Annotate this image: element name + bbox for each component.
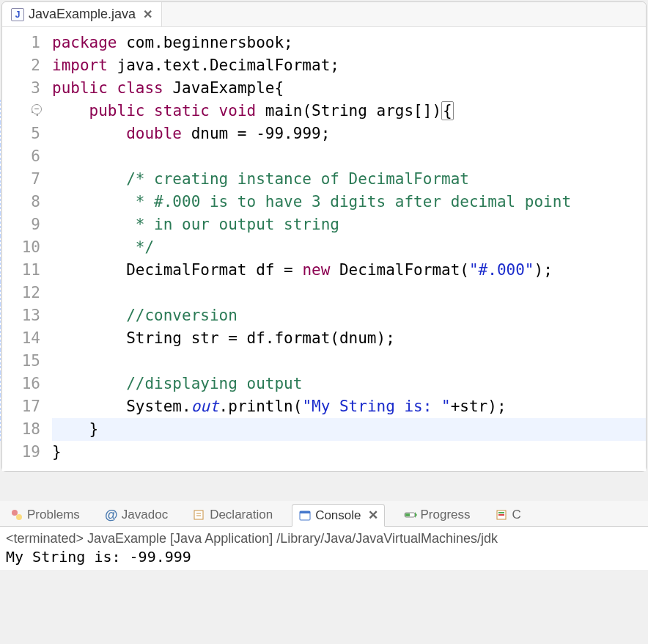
code-line[interactable]: * in our output string (52, 213, 646, 236)
coverage-icon (496, 508, 509, 522)
line-number: 18 (2, 418, 40, 441)
line-number: 5 (2, 122, 40, 145)
editor-tabs: J JavaExample.java ✕ (2, 2, 646, 27)
line-number: 9 (2, 213, 40, 236)
code-line[interactable]: * #.000 is to have 3 digits after decima… (52, 191, 646, 213)
line-number: 12 (2, 282, 40, 304)
tab-label: Declaration (210, 508, 273, 522)
code-line[interactable]: package com.beginnersbook; (52, 32, 646, 54)
svg-point-0 (12, 510, 18, 516)
line-number: 11 (2, 259, 40, 282)
code-line[interactable]: */ (52, 236, 646, 259)
tab-console[interactable]: Console ✕ (292, 504, 384, 527)
svg-rect-4 (300, 511, 310, 513)
code-line[interactable]: String str = df.format(dnum); (52, 327, 646, 350)
code-line[interactable]: double dnum = -99.999; (52, 122, 646, 145)
svg-rect-2 (194, 511, 203, 519)
editor-tab-javaexample[interactable]: J JavaExample.java ✕ (2, 2, 162, 26)
declaration-icon (193, 508, 206, 522)
line-number: 13 (2, 304, 40, 327)
line-number: 7 (2, 168, 40, 191)
tab-label: Progress (421, 508, 471, 522)
code-line[interactable] (52, 145, 646, 168)
code-line[interactable]: } (52, 418, 646, 441)
code-line[interactable]: public class JavaExample{ (52, 77, 646, 100)
java-file-icon: J (11, 8, 24, 21)
code-line[interactable]: //conversion (52, 304, 646, 327)
code-line[interactable]: public static void main(String args[]){ (52, 100, 646, 122)
line-number: 6 (2, 145, 40, 168)
bottom-tabs: Problems @ Javadoc Declaration Console ✕… (0, 501, 648, 527)
gutter: 1234−5678910111213141516171819 (2, 32, 48, 464)
line-number: 3 (2, 77, 40, 100)
code-line[interactable] (52, 282, 646, 304)
code-lines[interactable]: package com.beginnersbook;import java.te… (48, 32, 646, 464)
tab-label: C (512, 508, 521, 522)
close-icon[interactable]: ✕ (368, 508, 378, 523)
code-line[interactable] (52, 350, 646, 373)
svg-rect-6 (405, 513, 410, 516)
tab-label: Javadoc (122, 508, 168, 522)
fold-toggle-icon[interactable]: − (32, 104, 42, 114)
tab-javadoc[interactable]: @ Javadoc (99, 505, 174, 525)
svg-rect-9 (498, 514, 504, 516)
svg-point-1 (16, 514, 22, 520)
problems-icon (10, 508, 23, 522)
bottom-panel: Problems @ Javadoc Declaration Console ✕… (0, 501, 648, 570)
svg-rect-8 (498, 512, 504, 513)
code-line[interactable]: /* creating instance of DecimalFormat (52, 168, 646, 191)
tab-label: Problems (27, 508, 80, 522)
editor-panel: J JavaExample.java ✕ 1234−56789101112131… (1, 1, 647, 472)
close-icon[interactable]: ✕ (143, 7, 152, 21)
line-number: 1 (2, 32, 40, 54)
code-line[interactable]: DecimalFormat df = new DecimalFormat("#.… (52, 259, 646, 282)
progress-icon (404, 508, 417, 522)
console-icon (298, 509, 312, 522)
console-body: <terminated> JavaExample [Java Applicati… (0, 527, 648, 570)
console-output: My String is: -99.999 (6, 548, 642, 566)
tab-coverage[interactable]: C (490, 505, 527, 525)
tab-problems[interactable]: Problems (4, 505, 86, 525)
line-number: 15 (2, 350, 40, 373)
code-line[interactable]: } (52, 441, 646, 464)
line-number: 8 (2, 191, 40, 213)
code-line[interactable]: //displaying output (52, 373, 646, 395)
line-number: 4− (2, 100, 40, 122)
tab-declaration[interactable]: Declaration (187, 505, 279, 525)
console-status: <terminated> JavaExample [Java Applicati… (6, 531, 642, 546)
code-line[interactable]: System.out.println("My String is: "+str)… (52, 395, 646, 418)
code-line[interactable]: import java.text.DecimalFormat; (52, 54, 646, 77)
tab-progress[interactable]: Progress (398, 505, 476, 525)
line-number: 16 (2, 373, 40, 395)
editor-tab-label: JavaExample.java (29, 7, 136, 22)
line-number: 14 (2, 327, 40, 350)
line-number: 10 (2, 236, 40, 259)
javadoc-icon: @ (105, 508, 118, 522)
line-number: 2 (2, 54, 40, 77)
tab-label: Console (315, 508, 361, 523)
line-number: 19 (2, 441, 40, 464)
code-editor[interactable]: 1234−5678910111213141516171819 package c… (2, 27, 646, 471)
line-number: 17 (2, 395, 40, 418)
